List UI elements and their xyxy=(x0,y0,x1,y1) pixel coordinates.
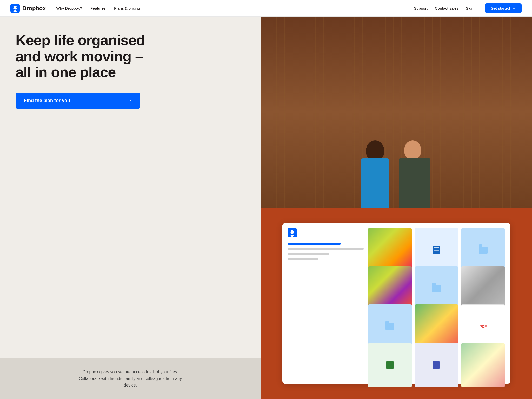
file-line-gray-2 xyxy=(288,253,329,255)
file-thumb-map2[interactable] xyxy=(368,266,412,310)
file-thumb-folder2[interactable] xyxy=(415,266,458,310)
get-started-arrow-icon: → xyxy=(512,6,516,10)
nav-right-links: Support Contact sales Sign in Get starte… xyxy=(414,3,522,13)
folder-people-icon-2 xyxy=(432,285,441,292)
file-thumb-map5[interactable] xyxy=(461,343,505,387)
person1-figure xyxy=(356,135,402,208)
nav-plans-pricing[interactable]: Plans & pricing xyxy=(114,6,140,10)
nav-features[interactable]: Features xyxy=(90,6,106,10)
get-started-button[interactable]: Get started → xyxy=(485,3,522,13)
dropbox-small-icon xyxy=(288,228,297,237)
folder-people-icon xyxy=(479,247,488,254)
sheet-icon xyxy=(386,361,394,369)
folder-people-icon-3 xyxy=(385,323,394,330)
nav-sign-in[interactable]: Sign in xyxy=(466,6,478,10)
nav-why-dropbox[interactable]: Why Dropbox? xyxy=(56,6,82,10)
file-thumb-map1[interactable] xyxy=(368,228,412,272)
person2-head xyxy=(404,140,421,160)
file-thumb-folder1[interactable] xyxy=(461,228,505,272)
dropbox-logo-icon xyxy=(10,4,20,13)
person1-body xyxy=(361,158,389,208)
file-thumb-map3[interactable] xyxy=(461,266,505,310)
nav-primary-links: Why Dropbox? Features Plans & pricing xyxy=(56,6,414,11)
file-thumb-folder3[interactable] xyxy=(368,304,412,348)
book-icon xyxy=(433,361,440,369)
nav-support[interactable]: Support xyxy=(414,6,428,10)
find-plan-label: Find the plan for you xyxy=(24,98,70,103)
file-line-gray-3 xyxy=(288,258,318,260)
file-thumb-book[interactable] xyxy=(415,343,458,387)
hero-photo-bg xyxy=(261,17,532,208)
hero-headline: Keep life organised and work moving – al… xyxy=(16,32,161,80)
file-grid: PDF xyxy=(368,228,505,378)
hero-description: Dropbox gives you secure access to all o… xyxy=(76,369,185,389)
file-thumb-sheet[interactable] xyxy=(368,343,412,387)
get-started-label: Get started xyxy=(491,6,510,10)
hero-section: Keep life organised and work moving – al… xyxy=(0,17,532,399)
file-thumb-map4[interactable] xyxy=(415,304,458,348)
nav-contact-sales[interactable]: Contact sales xyxy=(435,6,458,10)
file-card: PDF xyxy=(282,223,510,384)
file-thumb-pdf[interactable]: PDF xyxy=(461,304,505,348)
logo-wordmark: Dropbox xyxy=(22,5,46,12)
find-plan-arrow-icon: → xyxy=(127,98,132,103)
file-line-blue xyxy=(288,243,341,245)
dropbox-logo[interactable]: Dropbox xyxy=(10,4,46,13)
navbar: Dropbox Why Dropbox? Features Plans & pr… xyxy=(0,0,532,17)
hero-left-panel: Keep life organised and work moving – al… xyxy=(0,17,261,399)
doc-icon xyxy=(433,246,440,254)
file-card-sidebar xyxy=(288,228,364,378)
person1-head xyxy=(366,140,384,161)
person2-body xyxy=(399,158,430,208)
hero-file-view: PDF xyxy=(261,208,532,399)
pdf-text-label: PDF xyxy=(480,324,487,329)
hero-right-panel: PDF xyxy=(261,17,532,399)
file-thumb-doc1[interactable] xyxy=(415,228,458,272)
find-plan-button[interactable]: Find the plan for you → xyxy=(16,93,140,109)
file-line-gray-1 xyxy=(288,248,364,250)
hero-top-content: Keep life organised and work moving – al… xyxy=(0,17,261,358)
hero-photo-area xyxy=(261,17,532,208)
person2-figure xyxy=(396,138,438,208)
hero-bottom-content: Dropbox gives you secure access to all o… xyxy=(0,358,261,399)
